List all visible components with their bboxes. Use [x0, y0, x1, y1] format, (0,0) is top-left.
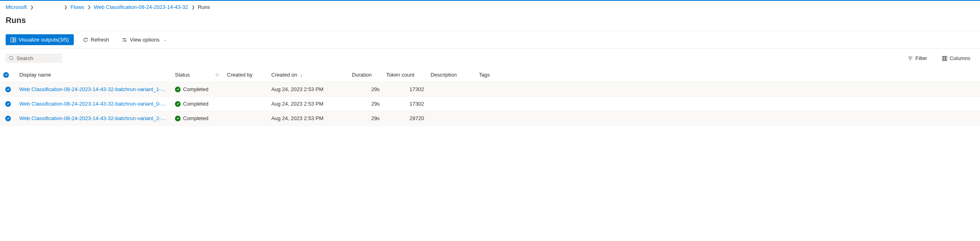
breadcrumb-link-flow-name[interactable]: Web Classification-08-24-2023-14-43-32 [94, 4, 188, 10]
svg-line-8 [12, 59, 13, 60]
header-created-on-text: Created on [271, 72, 297, 78]
header-created-on[interactable]: Created on ↓ [268, 68, 349, 82]
created-by-cell [224, 82, 268, 97]
breadcrumb: Microsoft ❯ ❯ Flows ❯ Web Classification… [0, 1, 980, 13]
filter-icon [907, 56, 913, 61]
header-description[interactable]: Description [427, 68, 476, 82]
svg-rect-12 [942, 56, 943, 60]
description-cell [427, 82, 476, 97]
duration-cell: 29s [349, 111, 383, 126]
chevron-right-icon: ❯ [30, 5, 33, 9]
visualize-outputs-label: Visualize outputs(3/5) [19, 37, 69, 43]
tags-cell [476, 82, 524, 97]
token-count-cell: 17302 [383, 82, 427, 97]
breadcrumb-current: Runs [198, 4, 210, 10]
columns-icon [942, 56, 947, 61]
filter-label: Filter [915, 55, 927, 61]
header-duration[interactable]: Duration [349, 68, 383, 82]
row-checkbox[interactable] [5, 116, 11, 121]
header-star[interactable]: ☆ [212, 68, 224, 82]
status-complete-icon [175, 87, 181, 92]
svg-rect-14 [945, 56, 947, 60]
status-text: Completed [183, 86, 208, 92]
tags-cell [476, 111, 524, 126]
check-circle-icon[interactable] [3, 72, 9, 78]
token-count-cell: 17302 [383, 97, 427, 111]
refresh-label: Refresh [91, 37, 109, 43]
svg-rect-1 [14, 37, 16, 39]
filter-button[interactable]: Filter [903, 53, 931, 64]
created-by-cell [224, 111, 268, 126]
run-name-link[interactable]: Web Classification-08-24-2023-14-43-32-b… [19, 115, 169, 121]
chevron-down-icon: ⌄ [164, 38, 167, 42]
chevron-right-icon: ❯ [191, 5, 195, 9]
status-text: Completed [183, 115, 208, 121]
svg-rect-0 [11, 37, 13, 42]
breadcrumb-link-root[interactable]: Microsoft [6, 4, 27, 10]
token-count-cell: 29720 [383, 111, 427, 126]
search-icon [9, 56, 14, 61]
description-cell [427, 97, 476, 111]
table-row[interactable]: Web Classification-08-24-2023-14-43-32-b… [0, 82, 980, 97]
visualize-icon [10, 37, 16, 43]
refresh-button[interactable]: Refresh [79, 34, 113, 45]
svg-point-6 [125, 40, 126, 42]
svg-rect-13 [944, 56, 945, 60]
duration-cell: 29s [349, 82, 383, 97]
table-header-row: Display name Status ☆ Created by Created… [0, 68, 980, 82]
header-created-by[interactable]: Created by [224, 68, 268, 82]
header-display-name[interactable]: Display name [16, 68, 172, 82]
run-name-link[interactable]: Web Classification-08-24-2023-14-43-32-b… [19, 86, 169, 92]
svg-point-5 [123, 38, 125, 39]
duration-cell: 29s [349, 97, 383, 111]
status-complete-icon [175, 101, 181, 107]
toolbar: Visualize outputs(3/5) Refresh View opti… [0, 31, 980, 49]
created-on-cell: Aug 24, 2023 2:53 PM [268, 97, 349, 111]
breadcrumb-link-flows[interactable]: Flows [71, 4, 84, 10]
chevron-right-icon: ❯ [87, 5, 91, 9]
view-options-button[interactable]: View options ⌄ [118, 34, 171, 45]
header-spacer [524, 68, 980, 82]
status-text: Completed [183, 101, 208, 107]
view-options-label: View options [130, 37, 159, 43]
view-options-icon [122, 37, 127, 43]
svg-point-7 [10, 56, 13, 60]
tags-cell [476, 97, 524, 111]
search-box[interactable] [6, 54, 62, 63]
columns-button[interactable]: Columns [938, 53, 974, 64]
created-on-cell: Aug 24, 2023 2:53 PM [268, 111, 349, 126]
row-checkbox[interactable] [5, 87, 11, 92]
created-by-cell [224, 97, 268, 111]
search-input[interactable] [17, 55, 59, 61]
chevron-right-icon: ❯ [64, 5, 67, 9]
visualize-outputs-button[interactable]: Visualize outputs(3/5) [6, 34, 74, 45]
subtoolbar: Filter Columns [0, 49, 980, 68]
header-tags[interactable]: Tags [476, 68, 524, 82]
refresh-icon [83, 37, 88, 43]
row-checkbox[interactable] [5, 101, 11, 107]
columns-label: Columns [950, 55, 970, 61]
created-on-cell: Aug 24, 2023 2:53 PM [268, 82, 349, 97]
status-complete-icon [175, 116, 181, 121]
runs-table: Display name Status ☆ Created by Created… [0, 68, 980, 126]
page-title: Runs [6, 16, 974, 25]
table-row[interactable]: Web Classification-08-24-2023-14-43-32-b… [0, 111, 980, 126]
star-icon: ☆ [215, 72, 220, 78]
header-select-all[interactable] [0, 68, 16, 82]
svg-rect-2 [14, 40, 16, 42]
header-status[interactable]: Status [172, 68, 212, 82]
page-header: Runs [0, 13, 980, 31]
table-row[interactable]: Web Classification-08-24-2023-14-43-32-b… [0, 97, 980, 111]
sort-down-icon: ↓ [300, 73, 303, 77]
header-token-count[interactable]: Token count [383, 68, 427, 82]
description-cell [427, 111, 476, 126]
run-name-link[interactable]: Web Classification-08-24-2023-14-43-32-b… [19, 101, 169, 107]
